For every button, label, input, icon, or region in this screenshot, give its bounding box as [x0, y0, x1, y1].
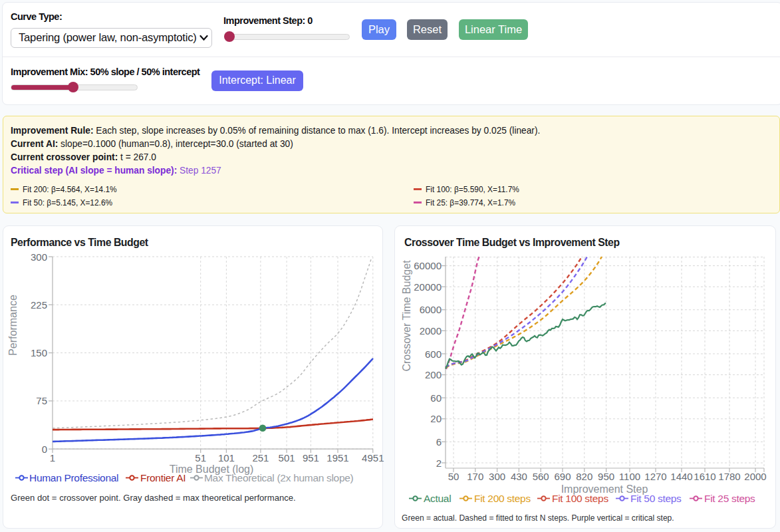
svg-text:251: 251: [252, 452, 269, 464]
svg-text:6: 6: [436, 436, 442, 448]
svg-text:20: 20: [430, 413, 442, 424]
svg-text:820: 820: [576, 471, 592, 482]
svg-text:0: 0: [42, 444, 47, 455]
svg-text:300: 300: [31, 251, 47, 263]
svg-text:560: 560: [533, 471, 549, 482]
svg-text:300: 300: [489, 471, 505, 482]
svg-text:Performance: Performance: [7, 295, 19, 356]
svg-text:600: 600: [425, 348, 442, 360]
svg-text:1780: 1780: [718, 471, 740, 482]
svg-text:1100: 1100: [619, 471, 640, 482]
svg-text:690: 690: [554, 471, 571, 482]
svg-text:1: 1: [50, 452, 55, 464]
svg-text:101: 101: [218, 452, 235, 464]
svg-text:225: 225: [31, 299, 47, 311]
svg-text:60: 60: [430, 392, 442, 404]
svg-text:2000: 2000: [744, 471, 766, 482]
svg-text:20000: 20000: [414, 281, 442, 293]
svg-text:2000: 2000: [420, 325, 442, 336]
svg-text:50: 50: [448, 471, 459, 482]
svg-text:430: 430: [511, 471, 527, 482]
svg-text:1951: 1951: [326, 452, 348, 464]
svg-text:2: 2: [436, 458, 442, 469]
svg-text:75: 75: [36, 395, 47, 406]
svg-text:6000: 6000: [420, 304, 442, 315]
svg-text:51: 51: [195, 452, 206, 464]
svg-text:501: 501: [279, 452, 295, 464]
svg-text:Performance vs Time Budget: Performance vs Time Budget: [11, 237, 149, 248]
svg-text:1610: 1610: [694, 471, 715, 482]
svg-text:Crossover Time Budget: Crossover Time Budget: [401, 260, 412, 372]
svg-text:951: 951: [303, 452, 319, 464]
svg-text:950: 950: [598, 471, 614, 482]
svg-text:170: 170: [467, 471, 483, 482]
svg-text:150: 150: [31, 347, 47, 358]
svg-text:1440: 1440: [670, 471, 692, 482]
svg-text:4951: 4951: [362, 452, 384, 464]
svg-text:Crossover Time Budget vs Impro: Crossover Time Budget vs Improvement Ste…: [404, 237, 620, 248]
svg-text:1270: 1270: [644, 471, 666, 482]
svg-text:60000: 60000: [414, 260, 442, 271]
svg-text:200: 200: [425, 369, 442, 380]
